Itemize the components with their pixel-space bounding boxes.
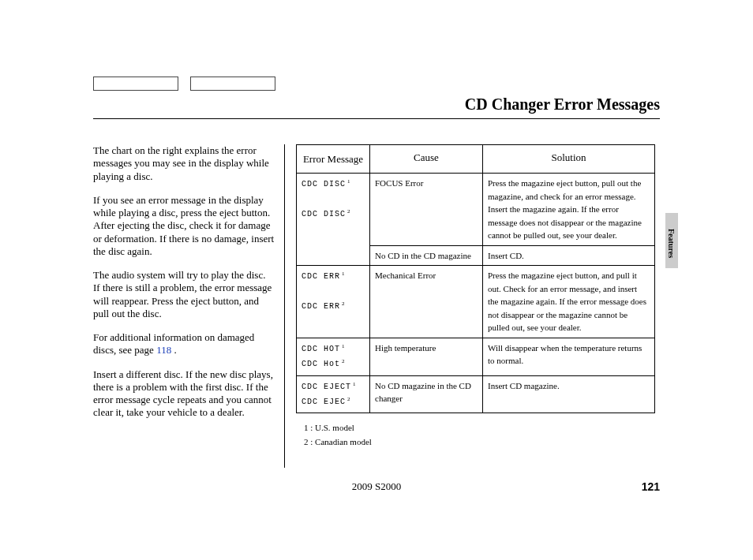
cause-cell: No CD magazine in the CD changer: [370, 375, 483, 413]
error-messages-table: Error Message Cause Solution CDC DISC1 C…: [296, 144, 655, 413]
display-text: CDC HOT: [302, 345, 340, 353]
body-paragraph: The chart on the right explains the erro…: [93, 144, 275, 183]
title-rule: [93, 118, 660, 119]
footnote-ref: 2: [342, 301, 345, 307]
solution-cell: Insert CD.: [483, 245, 655, 266]
table-row: CDC EJECT1 CDC EJEC2 No CD magazine in t…: [297, 375, 655, 413]
table-header: Cause: [370, 145, 483, 174]
table-row: CDC ERR1 CDC ERR2 Mechanical Error Press…: [297, 266, 655, 338]
display-text: CDC Hot: [302, 360, 340, 369]
display-text: CDC DISC: [302, 210, 346, 218]
display-text: CDC ERR: [302, 302, 340, 311]
header-box-1: [93, 77, 178, 91]
error-display-cell: CDC ERR1 CDC ERR2: [297, 266, 370, 338]
table-header-row: Error Message Cause Solution: [297, 145, 655, 174]
error-display-cell: CDC EJECT1 CDC EJEC2: [297, 375, 370, 413]
body-paragraph: For additional information on damaged di…: [93, 331, 275, 357]
footnote-ref: 1: [342, 343, 345, 349]
solution-cell: Press the magazine eject button, and pul…: [483, 266, 655, 338]
header-box-2: [190, 77, 275, 91]
body-paragraph: Insert a different disc. If the new disc…: [93, 368, 275, 420]
body-text-column: The chart on the right explains the erro…: [93, 144, 284, 468]
cause-cell: High temperature: [370, 338, 483, 375]
footnote-ref: 2: [347, 208, 350, 215]
cause-cell: No CD in the CD magazine: [370, 245, 483, 266]
footnote: 2 : Canadian model: [304, 435, 655, 450]
footnote-ref: 1: [342, 271, 345, 277]
column-divider: [284, 144, 285, 468]
footnote-ref: 1: [347, 178, 350, 185]
body-text: .: [171, 344, 177, 356]
page-title: CD Changer Error Messages: [465, 95, 660, 114]
cause-cell: Mechanical Error: [370, 266, 483, 338]
error-display-cell: CDC HOT1 CDC Hot2: [297, 338, 370, 375]
section-tab-label: Features: [667, 229, 676, 258]
table-row: CDC HOT1 CDC Hot2 High temperature Will …: [297, 338, 655, 375]
page-number: 121: [642, 480, 660, 493]
error-display-cell: CDC DISC1 CDC DISC2: [297, 174, 370, 266]
solution-cell: Press the magazine eject button, pull ou…: [483, 174, 655, 246]
solution-cell: Insert CD magazine.: [483, 375, 655, 413]
display-text: CDC EJECT: [302, 383, 351, 391]
table-row: CDC DISC1 CDC DISC2 FOCUS Error Press th…: [297, 174, 655, 246]
body-paragraph: The audio system will try to play the di…: [93, 269, 275, 320]
table-header: Solution: [483, 145, 655, 174]
body-paragraph: If you see an error message in the displ…: [93, 194, 275, 258]
table-header: Error Message: [297, 145, 370, 174]
table-column: Error Message Cause Solution CDC DISC1 C…: [296, 144, 655, 468]
display-text: CDC EJEC: [302, 398, 346, 406]
display-text: CDC DISC: [302, 181, 346, 189]
footnote: 1 : U.S. model: [304, 421, 655, 435]
footer-model: 2009 S2000: [0, 480, 753, 493]
content-area: The chart on the right explains the erro…: [93, 144, 655, 468]
solution-cell: Will disappear when the temperature retu…: [483, 338, 655, 375]
footnote-ref: 2: [347, 396, 350, 402]
header-placeholder-boxes: [93, 77, 275, 91]
footnote-ref: 2: [342, 358, 345, 364]
table-footnotes: 1 : U.S. model 2 : Canadian model: [304, 421, 655, 449]
display-text: CDC ERR: [302, 273, 340, 282]
footnote-ref: 1: [353, 381, 356, 387]
cause-cell: FOCUS Error: [370, 174, 483, 246]
page-reference-link[interactable]: 118: [156, 344, 171, 356]
